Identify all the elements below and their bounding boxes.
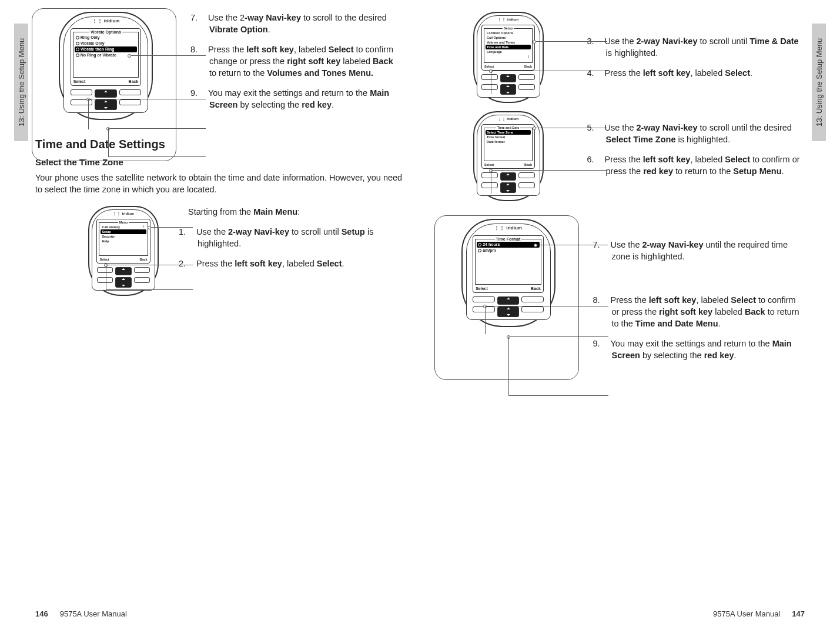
menu-item: Date format — [486, 139, 531, 144]
menu-item-selected: Setup — [101, 229, 146, 234]
step-7: 7.Use the 2-way Navi-key until the requi… — [603, 239, 805, 262]
menu-item: Location Options — [486, 31, 531, 35]
softkey-right: Back — [524, 163, 532, 166]
step-5: 5.Use the 2-way Navi-key to scroll until… — [597, 122, 805, 145]
keypad — [71, 89, 142, 110]
instruction-list: Starting from the Main Menu: 1.Use the 2… — [188, 206, 403, 278]
page-spread: 13: Using the Setup Menu ⋮⋮ iridium Vibr… — [0, 0, 840, 582]
menu-item: Ring Only — [75, 35, 138, 41]
subsection-heading: Select the Time Zone — [35, 157, 403, 167]
right-page: 13: Using the Setup Menu ⋮⋮ iridium Setu… — [438, 12, 805, 582]
menu-item: No Ring or Vibrate — [75, 52, 138, 58]
menu-item-selected: Time and Date — [486, 45, 531, 49]
screen-title: Setup — [503, 26, 514, 30]
menu-item-selected: Select Time Zone — [486, 130, 531, 135]
menu-item: am/pm — [477, 248, 540, 254]
brand-text: ⋮⋮ iridium — [64, 17, 148, 24]
menu-item-selected: 24 hours — [477, 242, 540, 248]
menu-item: Help — [101, 239, 146, 244]
page-number-left: 146 — [35, 609, 48, 618]
manual-title: 9575A User Manual — [60, 609, 127, 618]
step-2: 2.Press the left soft key, labeled Selec… — [188, 258, 403, 269]
softkey-left: Select — [484, 163, 494, 166]
page-number-right: 147 — [792, 609, 805, 618]
step-9: 9.You may exit the settings and return t… — [200, 87, 403, 111]
step-6: 6.Press the left soft key, labeled Selec… — [597, 154, 805, 177]
instruction-list: 3.Use the 2-way Navi-key to scroll until… — [597, 12, 805, 87]
menu-item: Time format — [486, 135, 531, 139]
menu-item: Security — [101, 234, 146, 239]
intro-line: Starting from the Main Menu: — [188, 206, 403, 218]
brand-text: ⋮⋮ iridium — [92, 210, 155, 215]
phone-diagram-vibrate: ⋮⋮ iridium Vibrate Options Ring Only Vib… — [59, 12, 153, 120]
softkey-left: Select — [99, 258, 109, 261]
step-3: 3.Use the 2-way Navi-key to scroll until… — [597, 35, 805, 59]
left-page: 13: Using the Setup Menu ⋮⋮ iridium Vibr… — [35, 12, 403, 582]
section-heading: Time and Date Settings — [35, 138, 403, 151]
menu-item-selected: Vibrate then Ring — [75, 46, 138, 52]
menu-item: Call Options — [486, 35, 531, 40]
softkey-right: Back — [531, 286, 541, 291]
instruction-list: 7.Use the 2-way Navi-key to scroll to th… — [200, 12, 403, 119]
softkey-right: Back — [524, 65, 532, 68]
menu-item: Vibrate Only — [75, 41, 138, 46]
phone-diagram-menu: ⋮⋮ iridium Menu Call History↑ Setup Secu… — [88, 206, 159, 296]
screen-title: Time Format — [495, 237, 522, 241]
step-8: 8.Press the left soft key, labeled Selec… — [200, 44, 403, 79]
phone-diagram-time-format: ⋮⋮ iridium Time Format 24 hours am/pm Se… — [461, 219, 555, 327]
step-4: 4.Press the left soft key, labeled Selec… — [597, 67, 805, 79]
screen-title: Menu — [118, 221, 129, 224]
menu-item: Volume and Tones — [486, 40, 531, 45]
chapter-tab-right: 13: Using the Setup Menu — [812, 24, 826, 141]
menu-item: Language — [486, 49, 531, 54]
phone-diagram-setup: ⋮⋮ iridium Setup Location Options Call O… — [473, 12, 544, 103]
screen-title: Time and Date — [496, 126, 521, 129]
manual-title: 9575A User Manual — [713, 609, 780, 618]
step-7: 7.Use the 2-way Navi-key to scroll to th… — [200, 12, 403, 35]
step-8: 8.Press the left soft key, labeled Selec… — [603, 294, 805, 329]
menu-item: Call History↑ — [101, 225, 146, 229]
softkey-left: Select — [484, 65, 494, 68]
step-1: 1.Use the 2-way Navi-key to scroll until… — [188, 226, 403, 249]
phone-diagram-time-date: ⋮⋮ iridium Time and Date Select Time Zon… — [473, 111, 544, 201]
softkey-right: Back — [129, 79, 139, 84]
softkey-left: Select — [476, 286, 488, 291]
chapter-tab-left: 13: Using the Setup Menu — [14, 24, 28, 141]
scroll-arrow: ↓ — [486, 54, 531, 59]
softkey-left: Select — [73, 79, 86, 84]
instruction-list: 7.Use the 2-way Navi-key until the requi… — [603, 219, 805, 369]
page-footer: 146 9575A User Manual 9575A User Manual … — [35, 609, 805, 618]
softkey-right: Back — [139, 258, 147, 261]
step-9: 9.You may exit the settings and return t… — [603, 338, 805, 361]
screen-title: Vibrate Options — [89, 30, 122, 34]
instruction-list: 5.Use the 2-way Navi-key to scroll until… — [597, 111, 805, 185]
body-paragraph: Your phone uses the satellite network to… — [35, 172, 403, 195]
